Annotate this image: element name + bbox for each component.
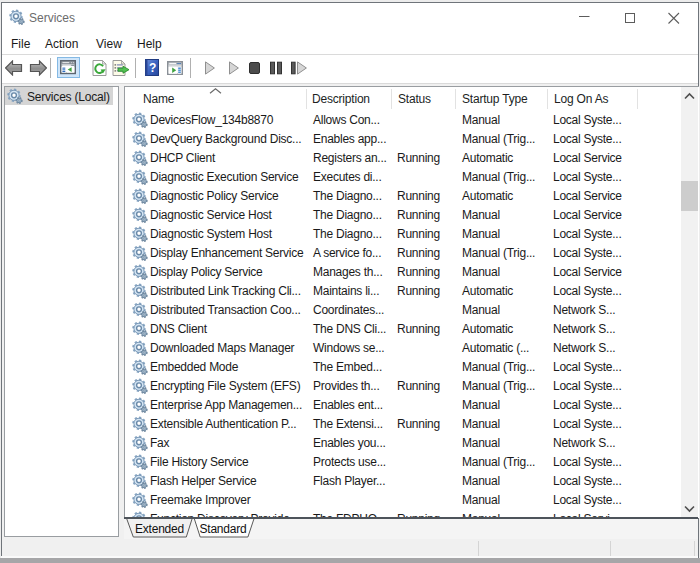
svg-text:Extended: Extended: [135, 522, 184, 536]
svg-text:Standard: Standard: [199, 522, 246, 536]
svg-text:?: ?: [149, 61, 156, 75]
